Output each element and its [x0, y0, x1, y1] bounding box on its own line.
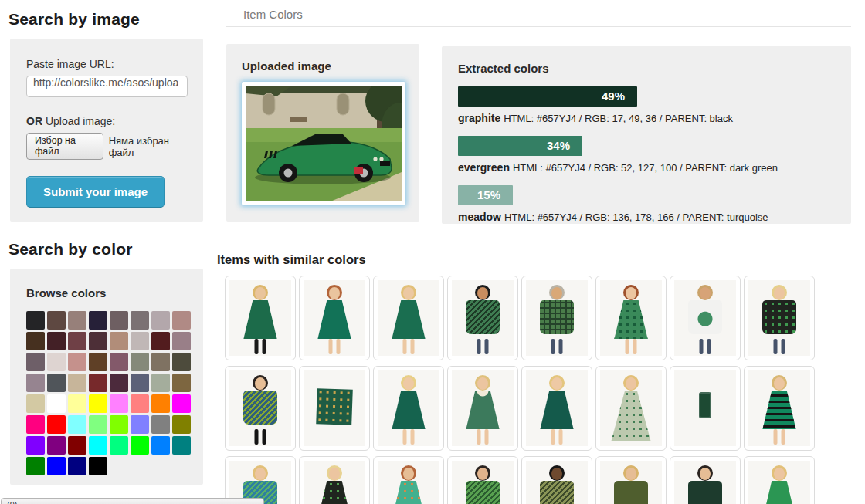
color-swatch-800080[interactable] [47, 436, 66, 455]
color-swatch-83596a[interactable] [110, 353, 128, 371]
browse-colors-label: Browse colors [26, 286, 187, 299]
color-swatch-5f4026[interactable] [89, 353, 107, 371]
item-card-dark-green-cardigan[interactable] [670, 456, 741, 504]
color-swatch-97807a[interactable] [68, 311, 86, 330]
item-card-white-graphic-t-shirt[interactable] [670, 276, 741, 360]
color-swatch-8080ff[interactable] [131, 415, 149, 434]
item-card-green-collar-swing-dress[interactable] [447, 366, 518, 451]
color-swatch-80ffff[interactable] [68, 415, 86, 434]
color-swatch-6f4046[interactable] [68, 332, 86, 350]
color-swatch-46301f[interactable] [26, 332, 45, 350]
image-url-input[interactable]: http://colorslike.me/asos/uploa [26, 76, 188, 97]
item-card-green-patterned-pocket-square[interactable] [299, 366, 370, 451]
url-label: Paste image URL: [26, 58, 187, 70]
item-card-camo-print-shirt[interactable] [521, 456, 592, 504]
item-photo [748, 370, 810, 446]
color-swatch-4c2a3c[interactable] [110, 374, 128, 392]
item-photo [452, 280, 514, 356]
color-swatch-00ffff[interactable] [89, 436, 107, 455]
item-card-green-print-midi-dress[interactable] [595, 276, 667, 360]
color-swatch-80ff00[interactable] [110, 415, 128, 434]
color-swatch-7d6640[interactable] [172, 374, 191, 392]
item-card-blue-green-print-top[interactable] [225, 456, 296, 504]
item-card-green-belted-dress[interactable] [373, 366, 444, 451]
color-swatch-ffffff[interactable] [47, 394, 66, 413]
color-swatch-0080ff[interactable] [151, 436, 170, 455]
color-swatch-ff0080[interactable] [26, 415, 45, 434]
color-swatch-ff0000[interactable] [47, 415, 66, 434]
item-photo [526, 461, 588, 504]
color-swatch-ff8080[interactable] [131, 394, 149, 413]
item-card-black-tropical-print-t-shirt[interactable] [744, 276, 815, 360]
color-swatch-800000[interactable] [68, 436, 86, 455]
color-swatch-262038[interactable] [89, 311, 107, 330]
color-swatch-50555a[interactable] [47, 374, 66, 392]
color-swatch-5c6178[interactable] [131, 374, 149, 392]
item-card-green-halter-skater-dress[interactable] [299, 276, 370, 360]
color-swatch-0000ff[interactable] [47, 457, 66, 475]
item-card-olive-green-shirt[interactable] [595, 456, 667, 504]
color-bar-meadow: 15% [458, 185, 513, 205]
item-card-green-cassette-phone-case[interactable] [670, 366, 741, 451]
extracted-colors-heading: Extracted colors [458, 62, 835, 75]
item-card-black-floral-tea-dress[interactable] [299, 456, 370, 504]
item-card-green-long-sleeve-shift-dress[interactable] [373, 276, 444, 360]
color-swatch-808000[interactable] [172, 415, 191, 434]
submit-image-button[interactable]: Submit your image [26, 176, 165, 208]
color-swatch-c5918c[interactable] [68, 353, 86, 371]
item-card-green-sleeveless-shift-dress[interactable] [521, 366, 592, 451]
color-swatch-000000[interactable] [89, 457, 107, 475]
color-swatch-b08a85[interactable] [172, 311, 191, 330]
color-swatch-000080[interactable] [68, 457, 86, 475]
color-swatch-6e5f68[interactable] [26, 353, 45, 371]
item-card-floral-maxi-dress[interactable] [595, 366, 667, 451]
color-swatch-b18d79[interactable] [110, 332, 128, 350]
color-swatch-80ff80[interactable] [89, 415, 107, 434]
color-swatch-ff80ff[interactable] [110, 394, 128, 413]
color-swatch-ffff00[interactable] [89, 394, 107, 413]
color-bar-evergreen: 34% [458, 136, 582, 156]
tab-item-colors[interactable]: Item Colors [243, 8, 303, 21]
item-card-green-plaid-shirt[interactable] [521, 276, 592, 360]
item-card-green-swing-dress[interactable] [225, 276, 296, 360]
color-swatch-a4ad9c[interactable] [151, 374, 170, 392]
color-swatch-521c1e[interactable] [151, 332, 170, 350]
color-swatch-8000ff[interactable] [26, 436, 45, 455]
uploaded-image-panel: Uploaded image [226, 44, 419, 222]
color-swatch-c7b59a[interactable] [68, 374, 86, 392]
color-swatch-b3a7ab[interactable] [151, 311, 170, 330]
color-swatch-ffff99[interactable] [68, 394, 86, 413]
color-swatch-ff00ff[interactable] [172, 394, 191, 413]
color-swatch-ff8000[interactable] [151, 394, 170, 413]
item-card-palm-print-t-shirt[interactable] [447, 276, 518, 360]
item-card-green-scoop-neck-dress[interactable] [744, 456, 815, 504]
item-card-green-print-shirt[interactable] [447, 456, 518, 504]
color-swatch-808080[interactable] [151, 415, 170, 434]
item-card-turquoise-floral-dress[interactable] [373, 456, 444, 504]
color-swatch-4d4b3c[interactable] [172, 353, 191, 371]
uploaded-image-thumbnail[interactable] [242, 82, 405, 205]
item-card-abstract-print-tunic[interactable] [225, 366, 296, 451]
color-swatch-00ff00[interactable] [131, 436, 149, 455]
choose-file-button[interactable]: Избор на файл [26, 133, 103, 160]
color-swatch-4d2f37[interactable] [89, 332, 107, 350]
color-swatch-77292b[interactable] [89, 374, 107, 392]
color-swatch-7b7173[interactable] [131, 311, 149, 330]
color-swatch-997f88[interactable] [172, 332, 191, 350]
color-swatch-008000[interactable] [26, 457, 45, 475]
color-swatch-5e4841[interactable] [47, 311, 66, 330]
color-swatch-242426[interactable] [26, 311, 45, 330]
color-swatch-968490[interactable] [26, 374, 45, 392]
item-card-green-striped-print-dress[interactable] [744, 366, 815, 451]
color-swatch-c0b7b6[interactable] [131, 332, 149, 350]
similar-items-heading: Items with similar colors [217, 252, 366, 267]
color-swatch-85897a[interactable] [131, 353, 149, 371]
item-photo [674, 461, 736, 504]
color-swatch-7f7262[interactable] [151, 353, 170, 371]
color-swatch-ded4d1[interactable] [47, 353, 66, 371]
color-swatch-00ff80[interactable] [110, 436, 128, 455]
color-swatch-008080[interactable] [172, 436, 191, 455]
color-swatch-d3c9a3[interactable] [26, 394, 45, 413]
color-swatch-432026[interactable] [47, 332, 66, 350]
color-swatch-6e5f62[interactable] [110, 311, 128, 330]
